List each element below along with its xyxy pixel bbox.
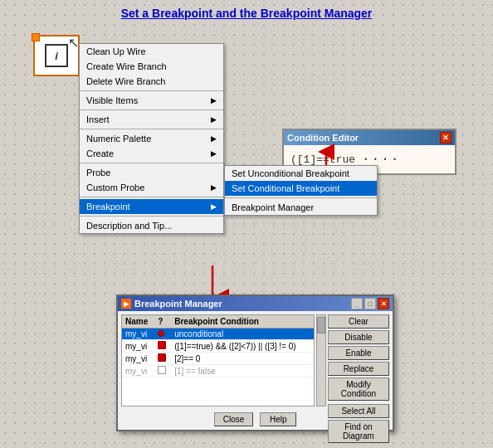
enable-button[interactable]: Enable — [328, 346, 389, 360]
menu-item-cleanup-wire[interactable]: Clean Up Wire — [80, 44, 223, 59]
submenu-separator — [225, 197, 377, 198]
menu-item-cleanup-wire-label: Clean Up Wire — [86, 46, 146, 56]
separator-4 — [80, 163, 223, 163]
bp-manager-content: Name ? Breakpoint Condition my_vi uncond… — [118, 311, 393, 408]
separator-5 — [80, 197, 223, 197]
submenu-arrow-numeric: ▶ — [211, 134, 217, 143]
submenu-arrow-visible: ▶ — [211, 96, 217, 105]
menu-item-visible-items[interactable]: Visible Items ▶ — [80, 93, 223, 108]
bp-manager-maximize-button[interactable]: □ — [364, 298, 376, 309]
menu-item-insert[interactable]: Insert ▶ — [80, 112, 223, 127]
close-button[interactable]: Close — [214, 412, 254, 426]
help-button[interactable]: Help — [260, 412, 296, 426]
col-status: ? — [154, 315, 171, 329]
breakpoint-indicator — [32, 33, 40, 41]
select-all-button[interactable]: Select All — [328, 404, 389, 418]
menu-item-breakpoint-label: Breakpoint — [86, 202, 130, 212]
bp-box-icon — [158, 353, 166, 362]
find-on-diagram-button[interactable]: Find on Diagram — [328, 420, 389, 443]
menu-item-custom-probe-label: Custom Probe — [86, 183, 144, 192]
menu-item-insert-label: Insert — [86, 114, 110, 124]
menu-item-probe[interactable]: Probe — [80, 165, 223, 180]
menu-item-breakpoint[interactable]: Breakpoint ▶ — [80, 199, 223, 214]
menu-item-delete-wire-branch-label: Delete Wire Branch — [86, 76, 165, 86]
bp-manager-title-label: Breakpoint Manager — [134, 299, 222, 309]
submenu-breakpoint-manager[interactable]: Breakpoint Manager — [225, 200, 377, 215]
modify-condition-button[interactable]: Modify Condition — [328, 377, 389, 401]
bp-manager-minimize-button[interactable]: _ — [351, 298, 363, 309]
bp-manager-controls: _ □ ✕ — [351, 298, 389, 309]
vi-icon: i — [45, 44, 68, 67]
menu-item-numeric-palette[interactable]: Numeric Palette ▶ — [80, 131, 223, 146]
context-menu: Clean Up Wire Create Wire Branch Delete … — [79, 43, 224, 234]
bp-manager-titlebar: ▶ Breakpoint Manager _ □ ✕ — [118, 296, 393, 311]
bp-table: Name ? Breakpoint Condition my_vi uncond… — [122, 315, 314, 377]
bp-manager-title-icon: ▶ — [121, 299, 131, 309]
col-name: Name — [122, 315, 154, 329]
table-row[interactable]: my_vi [1] == false — [122, 365, 314, 377]
separator-6 — [80, 216, 223, 217]
submenu-arrow-create: ▶ — [211, 149, 217, 158]
disable-button[interactable]: Disable — [328, 330, 389, 344]
condition-editor-titlebar: Condition Editor ✕ — [284, 130, 455, 145]
breakpoint-manager-window: ▶ Breakpoint Manager _ □ ✕ Name ? Breakp… — [116, 295, 394, 431]
submenu-arrow-custom-probe: ▶ — [211, 183, 217, 192]
table-row[interactable]: my_vi ([1]==true) && ([2]<7)) || ([3] !=… — [122, 340, 314, 353]
cell-condition: [1] == false — [171, 365, 314, 377]
condition-text: ([1]==true — [290, 153, 355, 166]
cell-name: my_vi — [122, 340, 154, 353]
menu-item-create[interactable]: Create ▶ — [80, 146, 223, 161]
cell-name: my_vi — [122, 329, 154, 340]
menu-item-create-label: Create — [86, 149, 114, 158]
menu-item-probe-label: Probe — [86, 168, 110, 178]
cell-status — [154, 365, 171, 377]
cell-name: my_vi — [122, 353, 154, 365]
separator-2 — [80, 110, 223, 110]
bp-box-icon — [158, 341, 166, 349]
cell-status — [154, 340, 171, 353]
cursor-arrow: ↖ — [68, 37, 79, 50]
cell-status — [154, 329, 171, 340]
bp-table-wrapper: Name ? Breakpoint Condition my_vi uncond… — [121, 314, 315, 407]
page-title: Set a Breakpoint and the Breakpoint Mana… — [0, 7, 493, 20]
col-condition: Breakpoint Condition — [171, 315, 314, 329]
submenu-arrow-breakpoint: ▶ — [211, 202, 217, 211]
menu-item-description-tip[interactable]: Description and Tip... — [80, 218, 223, 233]
bp-sidebar-buttons: Clear Disable Enable Replace Modify Cond… — [326, 311, 393, 408]
condition-editor-close-button[interactable]: ✕ — [440, 132, 452, 144]
separator-3 — [80, 129, 223, 129]
cell-condition: ([1]==true) && ([2]<7)) || ([3] != 0) — [171, 340, 314, 353]
bp-manager-title-left: ▶ Breakpoint Manager — [121, 299, 222, 309]
bp-table-header: Name ? Breakpoint Condition — [122, 315, 314, 329]
menu-item-delete-wire-branch[interactable]: Delete Wire Branch — [80, 74, 223, 89]
submenu-arrow-insert: ▶ — [211, 115, 217, 124]
cell-condition: [2]== 0 — [171, 353, 314, 365]
bp-open-icon — [158, 366, 166, 374]
breakpoint-submenu: Set Unconditional Breakpoint Set Conditi… — [224, 165, 378, 216]
menu-item-custom-probe[interactable]: Custom Probe ▶ — [80, 180, 223, 195]
replace-button[interactable]: Replace — [328, 362, 389, 376]
submenu-set-conditional[interactable]: Set Conditional Breakpoint — [225, 181, 377, 196]
cell-status — [154, 353, 171, 365]
menu-item-description-tip-label: Description and Tip... — [86, 221, 172, 231]
menu-item-numeric-palette-label: Numeric Palette — [86, 134, 151, 144]
separator-1 — [80, 90, 223, 91]
bp-manager-close-button[interactable]: ✕ — [378, 298, 389, 309]
scroll-thumb[interactable] — [317, 317, 325, 334]
submenu-set-unconditional[interactable]: Set Unconditional Breakpoint — [225, 166, 377, 181]
table-row[interactable]: my_vi [2]== 0 — [122, 353, 314, 365]
bp-dot-icon — [158, 330, 164, 337]
menu-item-create-wire-branch[interactable]: Create Wire Branch — [80, 59, 223, 74]
clear-button[interactable]: Clear — [328, 314, 389, 329]
table-row[interactable]: my_vi unconditional — [122, 329, 314, 340]
menu-item-visible-items-label: Visible Items — [86, 95, 138, 105]
cell-condition: unconditional — [171, 329, 314, 340]
menu-item-create-wire-branch-label: Create Wire Branch — [86, 61, 167, 71]
condition-editor-title-label: Condition Editor — [287, 133, 359, 143]
cell-name: my_vi — [122, 365, 154, 377]
bp-table-scrollbar[interactable] — [316, 314, 326, 407]
